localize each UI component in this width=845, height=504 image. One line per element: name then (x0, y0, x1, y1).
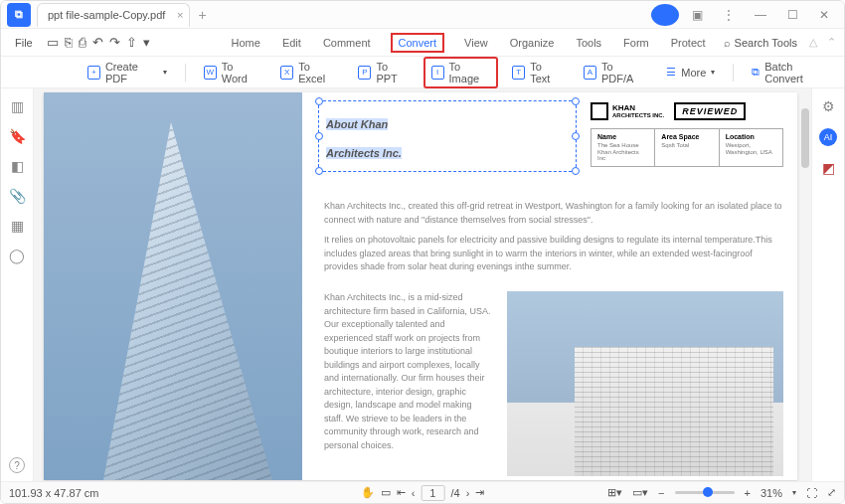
redo-icon[interactable]: ↷ (109, 35, 120, 50)
thumbnails-icon[interactable]: ▥ (11, 98, 24, 114)
ribbon: + Create PDF ▾ WTo Word XTo Excel PTo PP… (1, 57, 844, 88)
app-icon[interactable]: ◩ (822, 160, 835, 176)
workspace: ▥ 🔖 ◧ 📎 ▦ ◯ About KhanArchitects Inc. KH… (1, 88, 844, 481)
ppt-icon: P (358, 66, 371, 80)
save-icon[interactable]: ⎘ (65, 35, 73, 50)
menu-tools[interactable]: Tools (574, 33, 603, 53)
close-button[interactable]: ✕ (810, 4, 838, 26)
handle-ml[interactable] (315, 132, 323, 140)
bookmark-icon[interactable]: 🔖 (9, 128, 26, 144)
zoom-value[interactable]: 31% (760, 487, 782, 499)
window-controls: ▣ ⋮ — ☐ ✕ (651, 4, 844, 26)
document-title[interactable]: About KhanArchitects Inc. (326, 106, 402, 164)
to-word-button[interactable]: WTo Word (196, 57, 266, 88)
excel-icon: X (280, 66, 293, 80)
paragraph-3[interactable]: Khan Architects Inc., is a mid-sized arc… (324, 291, 493, 452)
create-pdf-button[interactable]: + Create PDF ▾ (80, 57, 175, 88)
search-placeholder: Search Tools (735, 37, 797, 49)
building-image-right (507, 291, 783, 476)
feedback-icon[interactable]: ▣ (683, 4, 711, 26)
titlebar: ⧉ ppt file-sample-Copy.pdf × + ▣ ⋮ — ☐ ✕ (1, 1, 844, 29)
fit-width-icon[interactable]: ⛶ (806, 487, 817, 499)
page-number-input[interactable]: 1 (421, 485, 444, 501)
open-icon[interactable]: ▭ (47, 35, 59, 50)
share-icon[interactable]: ⇧ (126, 35, 137, 50)
main-menu: Home Edit Comment Convert View Organize … (230, 33, 708, 53)
collapse-icon[interactable]: ⌃ (827, 36, 836, 49)
to-ppt-button[interactable]: PTo PPT (350, 57, 417, 88)
image-icon: I (431, 66, 444, 80)
more-button[interactable]: ☰More▾ (658, 62, 723, 83)
vertical-scrollbar[interactable] (801, 108, 809, 168)
undo-icon[interactable]: ↶ (92, 35, 103, 50)
zoom-slider[interactable] (675, 491, 735, 494)
settings-icon[interactable]: ⚙ (822, 98, 835, 114)
fields-icon[interactable]: ▦ (11, 218, 24, 234)
reading-mode-icon[interactable]: ▭▾ (632, 486, 648, 499)
zoom-out-button[interactable]: − (658, 487, 664, 499)
handle-tr[interactable] (572, 97, 580, 105)
text-icon: T (512, 66, 525, 80)
minimize-button[interactable]: — (747, 4, 774, 26)
document-tab[interactable]: ppt file-sample-Copy.pdf × (37, 3, 190, 27)
select-tool-icon[interactable]: ▭ (381, 486, 391, 499)
menu-form[interactable]: Form (621, 33, 651, 53)
building-image-left (44, 92, 302, 480)
next-page-button[interactable]: › (466, 487, 470, 499)
user-avatar[interactable] (651, 4, 679, 26)
search-icon: ⌕ (724, 37, 731, 49)
to-excel-button[interactable]: XTo Excel (272, 57, 344, 88)
reviewed-stamp: REVIEWED (674, 102, 746, 120)
paragraph-1[interactable]: Khan Architects Inc., created this off-g… (324, 200, 783, 227)
handle-tl[interactable] (315, 97, 323, 105)
handle-br[interactable] (572, 167, 580, 175)
handle-mr[interactable] (572, 132, 580, 140)
more-icon: ☰ (666, 66, 676, 79)
first-page-button[interactable]: ⇤ (397, 486, 406, 499)
pdf-page: About KhanArchitects Inc. KHANARCHITECTS… (44, 92, 797, 480)
dropdown-icon[interactable]: ▾ (143, 35, 150, 50)
tab-title: ppt file-sample-Copy.pdf (48, 9, 165, 21)
view-mode-icon[interactable]: ⊞▾ (607, 486, 622, 499)
statusbar: 101.93 x 47.87 cm ✋ ▭ ⇤ ‹ 1 /4 › ⇥ ⊞▾ ▭▾… (1, 481, 844, 503)
menu-home[interactable]: Home (230, 33, 262, 53)
layers-icon[interactable]: ◧ (11, 158, 24, 174)
batch-convert-button[interactable]: ⧉Batch Convert (744, 57, 836, 88)
menu-icon[interactable]: ⋮ (715, 4, 743, 26)
maximize-button[interactable]: ☐ (778, 4, 806, 26)
attachment-icon[interactable]: 📎 (9, 188, 26, 204)
canvas[interactable]: About KhanArchitects Inc. KHANARCHITECTS… (33, 88, 812, 481)
info-header: KHANARCHITECTS INC. REVIEWED NameThe Sea… (591, 102, 783, 167)
menu-view[interactable]: View (462, 33, 490, 53)
menu-comment[interactable]: Comment (321, 33, 373, 53)
company-logo: KHANARCHITECTS INC. (591, 102, 664, 120)
pdfa-icon: A (584, 66, 596, 80)
to-pdfa-button[interactable]: ATo PDF/A (576, 57, 652, 88)
stamp-icon[interactable]: ◯ (9, 248, 25, 263)
to-image-button[interactable]: ITo Image (423, 57, 499, 88)
help-button[interactable]: ? (9, 457, 25, 473)
print-icon[interactable]: ⎙ (79, 35, 86, 50)
word-icon: W (204, 66, 217, 80)
add-tab-button[interactable]: + (198, 7, 206, 23)
hand-tool-icon[interactable]: ✋ (361, 486, 375, 499)
paragraph-2[interactable]: It relies on photovoltaic panels for ele… (324, 234, 783, 274)
menu-edit[interactable]: Edit (280, 33, 303, 53)
file-menu[interactable]: File (9, 33, 39, 53)
handle-bl[interactable] (315, 167, 323, 175)
close-tab-icon[interactable]: × (177, 9, 183, 21)
menu-organize[interactable]: Organize (508, 33, 557, 53)
pin-icon[interactable]: △ (809, 36, 817, 49)
menubar: File ▭ ⎘ ⎙ ↶ ↷ ⇧ ▾ Home Edit Comment Con… (1, 29, 844, 57)
fullscreen-icon[interactable]: ⤢ (827, 486, 836, 499)
search-tools[interactable]: ⌕ Search Tools (724, 37, 797, 49)
ai-icon[interactable]: AI (819, 128, 837, 146)
prev-page-button[interactable]: ‹ (412, 487, 416, 499)
menu-convert[interactable]: Convert (391, 33, 445, 53)
last-page-button[interactable]: ⇥ (475, 486, 484, 499)
chevron-down-icon: ▾ (163, 68, 167, 77)
zoom-in-button[interactable]: + (745, 487, 751, 499)
left-sidebar: ▥ 🔖 ◧ 📎 ▦ ◯ (1, 88, 33, 481)
to-text-button[interactable]: TTo Text (504, 57, 570, 88)
menu-protect[interactable]: Protect (669, 33, 708, 53)
